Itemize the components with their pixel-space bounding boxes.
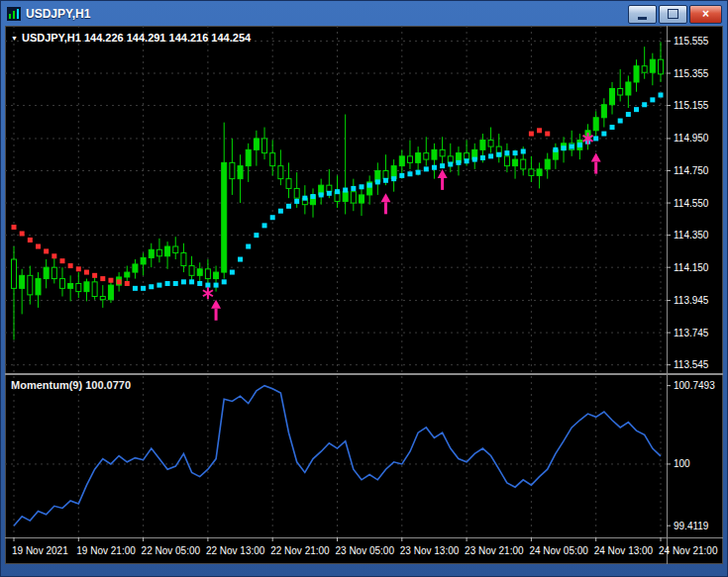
svg-text:99.4119: 99.4119 bbox=[674, 521, 709, 531]
svg-text:113.945: 113.945 bbox=[674, 295, 709, 306]
chart-window-icon bbox=[7, 7, 21, 21]
svg-text:114.350: 114.350 bbox=[674, 230, 709, 240]
svg-text:100: 100 bbox=[674, 458, 690, 469]
svg-text:24 Nov 13:00: 24 Nov 13:00 bbox=[594, 545, 654, 556]
window-controls: × bbox=[628, 5, 722, 24]
svg-text:19 Nov 21:00: 19 Nov 21:00 bbox=[76, 545, 136, 556]
up-arrow-icon bbox=[380, 193, 390, 214]
chart-area: 115.555115.355115.155114.950114.750114.5… bbox=[5, 26, 723, 564]
svg-text:19 Nov 2021: 19 Nov 2021 bbox=[12, 545, 68, 556]
svg-text:22 Nov 05:00: 22 Nov 05:00 bbox=[142, 545, 201, 556]
minimize-icon bbox=[638, 17, 647, 20]
up-arrow-icon bbox=[438, 169, 448, 190]
svg-text:23 Nov 05:00: 23 Nov 05:00 bbox=[336, 545, 395, 556]
svg-text:23 Nov 13:00: 23 Nov 13:00 bbox=[400, 545, 460, 556]
time-axis[interactable]: 19 Nov 202119 Nov 21:0022 Nov 05:0022 No… bbox=[12, 537, 718, 556]
svg-text:100.7493: 100.7493 bbox=[674, 380, 715, 391]
signal-star-icon bbox=[203, 287, 213, 299]
close-button[interactable]: × bbox=[689, 5, 722, 24]
price-axis[interactable]: 115.555115.355115.155114.950114.750114.5… bbox=[667, 36, 715, 531]
signal-star-icon bbox=[583, 133, 593, 144]
svg-text:22 Nov 13:00: 22 Nov 13:00 bbox=[206, 545, 265, 556]
svg-text:113.545: 113.545 bbox=[674, 359, 709, 370]
svg-text:115.155: 115.155 bbox=[674, 100, 709, 111]
title-bar[interactable]: USDJPY,H1 × bbox=[1, 3, 727, 25]
close-icon: × bbox=[702, 8, 709, 20]
svg-text:115.555: 115.555 bbox=[674, 36, 709, 47]
restore-icon bbox=[668, 9, 678, 19]
pane-divider[interactable] bbox=[5, 373, 723, 375]
svg-text:22 Nov 21:00: 22 Nov 21:00 bbox=[270, 545, 330, 556]
svg-text:115.355: 115.355 bbox=[674, 68, 709, 79]
svg-text:113.745: 113.745 bbox=[674, 328, 709, 338]
svg-text:114.550: 114.550 bbox=[674, 198, 709, 209]
svg-text:114.150: 114.150 bbox=[674, 262, 709, 273]
window-title: USDJPY,H1 bbox=[26, 7, 90, 21]
chart-canvas[interactable]: 115.555115.355115.155114.950114.750114.5… bbox=[5, 26, 723, 564]
svg-text:23 Nov 21:00: 23 Nov 21:00 bbox=[465, 545, 524, 556]
svg-text:114.750: 114.750 bbox=[674, 165, 709, 176]
minimize-button[interactable] bbox=[628, 5, 657, 24]
svg-text:24 Nov 21:00: 24 Nov 21:00 bbox=[659, 545, 718, 556]
up-arrow-icon bbox=[211, 300, 221, 321]
svg-text:114.950: 114.950 bbox=[674, 133, 709, 144]
restore-button[interactable] bbox=[659, 5, 687, 24]
svg-text:24 Nov 05:00: 24 Nov 05:00 bbox=[529, 545, 588, 556]
application-window: USDJPY,H1 × 115.555115.355115.155114.950… bbox=[0, 0, 728, 577]
